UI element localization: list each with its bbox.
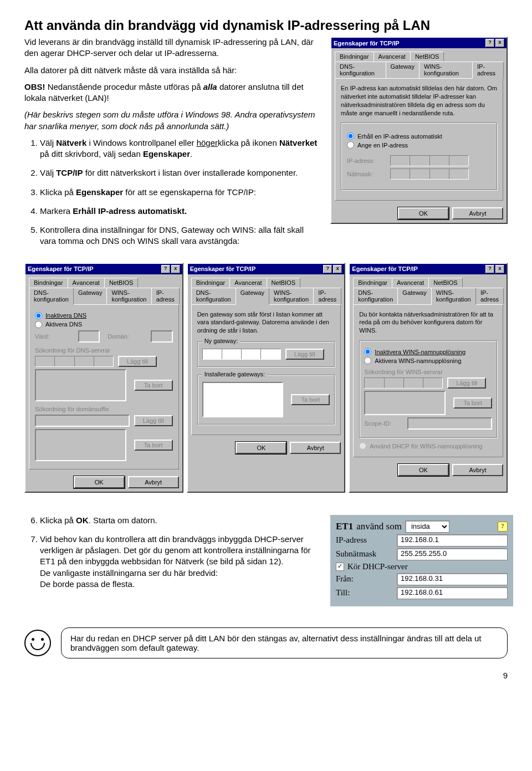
tab-dns[interactable]: DNS-konfiguration — [335, 62, 386, 78]
radio-wins-on[interactable]: Aktivera WINS-namnupplösning — [364, 357, 492, 364]
tcpip-dialog-dns: Egenskaper för TCP/IP ? x Bindningar Ava… — [24, 263, 183, 493]
radio-auto-ip[interactable]: Erhåll en IP-adress automatiskt — [347, 132, 491, 140]
radio-wins-off[interactable]: Inaktivera WINS-namnupplösning — [364, 348, 492, 355]
obs-paragraph: OBS! Nedanstående procedur måste utföras… — [24, 81, 320, 104]
tab-dns[interactable]: DNS-konfiguration — [29, 288, 74, 305]
suffix-input — [35, 415, 130, 427]
add-button: Lägg till — [447, 377, 486, 389]
dns-list — [35, 369, 126, 401]
domain-input — [151, 330, 172, 343]
add-button: Lägg till — [118, 356, 157, 367]
cancel-button[interactable]: Avbryt — [128, 476, 179, 488]
ok-button[interactable]: OK — [236, 442, 287, 454]
tab-wins[interactable]: WINS-konfiguration — [431, 288, 476, 305]
ip-description: En IP-adress kan automatiskt tilldelas d… — [341, 84, 497, 117]
cancel-button[interactable]: Avbryt — [290, 442, 341, 454]
close-icon[interactable]: x — [171, 265, 180, 273]
et1-from-input[interactable]: 192.168.0.31 — [397, 573, 508, 585]
et1-panel: ET1 använd som insida ? IP-adress192.168… — [330, 515, 513, 606]
tab-gateway[interactable]: Gateway — [386, 62, 420, 78]
ok-button[interactable]: OK — [398, 207, 449, 219]
tab-bindningar[interactable]: Bindningar — [29, 278, 68, 288]
tab-wins[interactable]: WINS-konfiguration — [106, 288, 151, 304]
suffix-list — [35, 429, 126, 461]
radio-dns-on[interactable]: Aktivera DNS — [35, 321, 173, 328]
tab-avancerat[interactable]: Avancerat — [229, 278, 267, 288]
add-button: Lägg till — [134, 415, 173, 426]
dns-ip-input — [35, 356, 114, 367]
tab-netbios[interactable]: NetBIOS — [428, 278, 462, 288]
help-icon[interactable]: ? — [498, 522, 508, 532]
dhcp-checkbox[interactable]: ✓ — [336, 563, 344, 571]
intro-text: Vid leverans är din brandvägg inställd t… — [24, 37, 320, 59]
tab-gateway[interactable]: Gateway — [73, 288, 107, 304]
remove-button: Ta bort — [291, 394, 330, 405]
help-icon[interactable]: ? — [485, 265, 494, 273]
close-icon[interactable]: x — [495, 39, 504, 47]
step-6: Klicka på OK. Starta om datorn. — [40, 515, 320, 526]
tcpip-dialog-ip: Egenskaper för TCP/IP ? x Bindningar Ava… — [330, 37, 508, 224]
close-icon[interactable]: x — [495, 265, 504, 273]
step-5: Kontrollera dina inställningar för DNS, … — [40, 224, 320, 247]
tab-avancerat[interactable]: Avancerat — [374, 52, 411, 62]
remove-button: Ta bort — [134, 380, 173, 391]
gw-description: Den gateway som står först i listan komm… — [197, 310, 335, 335]
tab-ipadress[interactable]: IP-adress — [472, 62, 504, 79]
help-icon[interactable]: ? — [323, 265, 332, 273]
page-heading: Att använda din brandvägg vid dynamisk I… — [24, 18, 508, 33]
installed-gw-list[interactable] — [202, 382, 284, 417]
netmask-label: Nätmask: — [347, 171, 386, 177]
step-3: Klicka på Egenskaper för att se egenskap… — [40, 187, 320, 198]
obs-label: OBS! — [24, 82, 45, 91]
tab-ipadress[interactable]: IP-adress — [151, 288, 180, 304]
et1-use-select[interactable]: insida — [405, 520, 449, 533]
wins-ip-input — [364, 377, 443, 389]
tab-ipadress[interactable]: IP-adress — [475, 288, 504, 304]
close-icon[interactable]: x — [333, 265, 342, 273]
tab-bindningar[interactable]: Bindningar — [353, 278, 392, 288]
tab-bindningar[interactable]: Bindningar — [191, 278, 231, 288]
cancel-button[interactable]: Avbryt — [452, 207, 503, 219]
help-icon[interactable]: ? — [161, 265, 170, 273]
tab-dns[interactable]: DNS-konfiguration — [191, 288, 236, 304]
step-4: Markera Erhåll IP-adress automatiskt. — [40, 206, 320, 217]
tab-netbios[interactable]: NetBIOS — [410, 52, 444, 62]
et1-to-input[interactable]: 192.168.0.61 — [397, 587, 508, 599]
wins-list — [364, 391, 446, 415]
tab-avancerat[interactable]: Avancerat — [392, 278, 429, 288]
step-1: Välj Nätverk i Windows kontrollpanel ell… — [40, 137, 320, 160]
help-icon[interactable]: ? — [485, 39, 494, 47]
tcpip-dialog-wins: Egenskaper för TCP/IP ? x Bindningar Ava… — [349, 263, 508, 493]
et1-mask-input[interactable]: 255.255.255.0 — [397, 548, 508, 560]
tab-wins[interactable]: WINS-konfiguration — [269, 288, 314, 304]
step-2: Välj TCP/IP för ditt nätverkskort i list… — [40, 167, 320, 178]
ok-button[interactable]: OK — [398, 464, 449, 476]
tab-netbios[interactable]: NetBIOS — [267, 278, 300, 288]
tab-netbios[interactable]: NetBIOS — [104, 278, 138, 288]
scope-input — [407, 417, 492, 430]
tab-avancerat[interactable]: Avancerat — [68, 278, 105, 288]
cancel-button[interactable]: Avbryt — [452, 464, 503, 476]
dialog-titlebar: Egenskaper för TCP/IP ? x — [331, 38, 507, 48]
tab-dns[interactable]: DNS-konfiguration — [353, 288, 398, 304]
et1-ip-input[interactable]: 192.168.0.1 — [397, 534, 508, 547]
radio-dns-off[interactable]: Inaktivera DNS — [35, 312, 173, 319]
wins-description: Du bör kontakta nätverksadministratören … — [359, 310, 497, 335]
footnote-bubble: Har du redan en DHCP server på ditt LAN … — [61, 627, 508, 658]
tab-bindningar[interactable]: Bindningar — [335, 52, 374, 62]
smiley-icon — [24, 630, 51, 656]
tcpip-dialog-gateway: Egenskaper för TCP/IP ? x Bindningar Ava… — [187, 263, 346, 493]
radio-manual-ip[interactable]: Ange en IP-adress — [347, 141, 491, 149]
tab-ipadress[interactable]: IP-adress — [313, 288, 341, 304]
new-gw-input[interactable] — [202, 349, 281, 360]
tab-gateway[interactable]: Gateway — [397, 288, 431, 304]
ok-button[interactable]: OK — [74, 476, 125, 488]
tab-wins[interactable]: WINS-konfiguration — [419, 62, 473, 78]
tab-gateway[interactable]: Gateway — [236, 288, 269, 305]
ipaddr-input — [390, 155, 469, 166]
remove-button: Ta bort — [134, 440, 173, 451]
host-input — [78, 330, 100, 343]
ipaddr-label: IP-adress: — [347, 157, 386, 164]
add-button: Lägg till — [285, 349, 324, 360]
et1-title: ET1 — [336, 521, 353, 532]
